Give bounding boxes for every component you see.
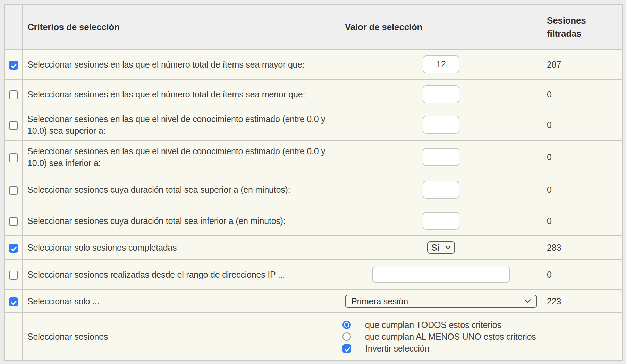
header-row: Criterios de selección Valor de selecció… bbox=[5, 5, 622, 49]
any-criteria-radio[interactable] bbox=[342, 332, 351, 341]
option-all-criteria: que cumplan TODOS estos criterios bbox=[342, 319, 618, 331]
completed-sessions-select[interactable]: Sí bbox=[427, 241, 455, 254]
criterion-label: Seleccionar sesiones en las que el nivel… bbox=[27, 145, 336, 169]
chevron-down-icon bbox=[525, 299, 531, 303]
criterion-label: Seleccionar sesiones cuya duración total… bbox=[27, 215, 286, 227]
criterion-checkbox[interactable] bbox=[9, 153, 18, 162]
table-row: Seleccionar sesiones cuya duración total… bbox=[5, 173, 622, 206]
filtered-count: 0 bbox=[547, 120, 552, 130]
table-row: Seleccionar sesiones en las que el númer… bbox=[5, 49, 622, 79]
criterion-value-input[interactable] bbox=[423, 148, 459, 166]
check-icon bbox=[10, 299, 17, 306]
header-checkbox-column bbox=[5, 5, 23, 49]
invert-selection-checkbox[interactable] bbox=[342, 344, 351, 353]
criterion-checkbox[interactable] bbox=[9, 244, 18, 253]
criterion-value-input[interactable] bbox=[423, 116, 459, 134]
criterion-label: Seleccionar solo sesiones completadas bbox=[27, 242, 177, 253]
criterion-value-input[interactable] bbox=[423, 181, 459, 199]
check-icon bbox=[10, 245, 17, 252]
criterion-label: Seleccionar sesiones en las que el númer… bbox=[27, 88, 305, 100]
criterion-label: Seleccionar sesiones realizadas desde el… bbox=[27, 269, 285, 280]
select-value: Primera sesión bbox=[351, 295, 408, 307]
filtered-count: 0 bbox=[547, 216, 552, 226]
table-row: Seleccionar solo sesiones completadas Sí… bbox=[5, 236, 622, 259]
session-kind-select[interactable]: Primera sesión bbox=[345, 295, 537, 308]
filtered-count: 0 bbox=[547, 152, 552, 162]
table-row: Seleccionar sesiones cuya duración total… bbox=[5, 206, 622, 236]
criterion-value-input[interactable] bbox=[423, 85, 459, 103]
select-value: Sí bbox=[431, 242, 439, 253]
table-row: Seleccionar sesiones en las que el númer… bbox=[5, 79, 622, 109]
header-criteria-label: Criterios de selección bbox=[27, 22, 120, 32]
criterion-checkbox[interactable] bbox=[9, 61, 18, 70]
filtered-count: 287 bbox=[547, 60, 561, 69]
table-row: Seleccionar sesiones realizadas desde el… bbox=[5, 259, 622, 289]
all-criteria-label: que cumplan TODOS estos criterios bbox=[365, 319, 501, 331]
combine-options-cell: que cumplan TODOS estos criterios que cu… bbox=[340, 313, 622, 361]
table-row: Seleccionar solo ... Primera sesión 223 bbox=[5, 289, 622, 313]
filtered-count: 0 bbox=[547, 89, 552, 99]
criterion-label: Seleccionar sesiones cuya duración total… bbox=[27, 184, 290, 196]
header-filtered-label: Sesiones filtradas bbox=[547, 15, 586, 39]
option-invert-selection: Invertir selección bbox=[342, 343, 618, 354]
table-row: Seleccionar sesiones en las que el nivel… bbox=[5, 109, 622, 141]
header-criteria: Criterios de selección bbox=[23, 5, 340, 49]
combine-criteria-row: Seleccionar sesiones que cumplan TODOS e… bbox=[5, 313, 622, 361]
any-criteria-label: que cumplan AL MENOS UNO estos criterios bbox=[365, 331, 536, 343]
filtered-count: 0 bbox=[547, 185, 552, 194]
criterion-label: Seleccionar sesiones en las que el nivel… bbox=[27, 113, 336, 137]
criterion-checkbox[interactable] bbox=[9, 186, 18, 195]
all-criteria-radio[interactable] bbox=[342, 321, 351, 329]
criterion-checkbox[interactable] bbox=[9, 90, 18, 99]
filtered-count: 0 bbox=[547, 270, 552, 279]
header-value-label: Valor de selección bbox=[345, 22, 422, 32]
header-value: Valor de selección bbox=[340, 5, 542, 49]
table-row: Seleccionar sesiones en las que el nivel… bbox=[5, 141, 622, 173]
criterion-value-input[interactable] bbox=[423, 212, 459, 230]
invert-selection-label: Invertir selección bbox=[365, 343, 429, 354]
filtered-count: 223 bbox=[547, 296, 561, 306]
criterion-checkbox[interactable] bbox=[9, 121, 18, 130]
criterion-label: Seleccionar solo ... bbox=[27, 295, 99, 307]
check-icon bbox=[344, 346, 351, 353]
criterion-checkbox[interactable] bbox=[9, 217, 18, 226]
option-any-criteria: que cumplan AL MENOS UNO estos criterios bbox=[342, 331, 618, 343]
filter-criteria-table: Criterios de selección Valor de selecció… bbox=[4, 4, 623, 361]
combine-criteria-label: Seleccionar sesiones bbox=[27, 331, 108, 343]
ip-range-input[interactable] bbox=[372, 267, 510, 283]
header-filtered: Sesiones filtradas bbox=[542, 5, 622, 49]
criterion-checkbox[interactable] bbox=[9, 297, 18, 306]
criterion-label: Seleccionar sesiones en las que el númer… bbox=[27, 59, 305, 70]
criterion-checkbox[interactable] bbox=[9, 271, 18, 280]
filtered-count: 283 bbox=[547, 243, 561, 252]
chevron-down-icon bbox=[445, 246, 451, 249]
session-filter-panel: Criterios de selección Valor de selecció… bbox=[0, 0, 626, 364]
check-icon bbox=[10, 62, 17, 69]
criterion-value-input[interactable] bbox=[423, 55, 459, 73]
